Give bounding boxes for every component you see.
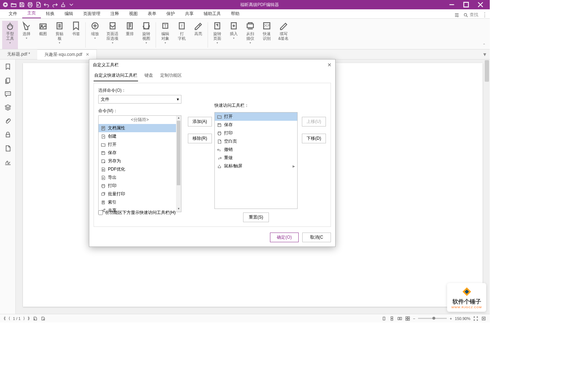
ribbon-button[interactable]: 缩放▾ xyxy=(87,21,103,49)
ribbon-button[interactable]: 截图 xyxy=(35,21,51,49)
qat-listbox[interactable]: 打开保存打印空白页撤销重做鼠标/触屏▶ xyxy=(214,112,298,209)
ribbon-button[interactable]: OCR快速 识别 xyxy=(259,21,275,49)
category-combo[interactable]: 文件 ▾ xyxy=(98,95,181,104)
cancel-button[interactable]: 取消(C xyxy=(302,233,331,242)
dialog-titlebar[interactable]: 自定义工具栏 ✕ xyxy=(89,59,335,70)
vertical-scrollbar[interactable] xyxy=(484,59,490,314)
remove-button[interactable]: 移除(R) xyxy=(188,134,212,143)
commands-listbox[interactable]: <分隔符>文档属性▶创建▶打开▶保存另存为▶PDF优化▶导出▶打印批量打印索引共… xyxy=(98,115,181,212)
menu-tab[interactable]: 视图 xyxy=(124,9,143,18)
list-item[interactable]: 空白页 xyxy=(215,137,297,145)
menu-tab[interactable]: 表单 xyxy=(143,9,161,18)
list-item[interactable]: PDF优化▶ xyxy=(99,165,181,173)
list-item[interactable]: 索引 xyxy=(99,198,181,206)
ribbon-button[interactable]: 手型 工具▾ xyxy=(2,21,18,49)
list-item[interactable]: 鼠标/触屏▶ xyxy=(215,162,297,170)
overflow-icon[interactable]: ⋮ xyxy=(482,11,486,18)
ribbon-button[interactable]: 选择▾ xyxy=(19,21,34,49)
menu-tab[interactable]: 辅助工具 xyxy=(199,9,226,18)
move-up-button[interactable]: 上移(U) xyxy=(302,117,326,126)
tabs-dropdown-icon[interactable]: ▾ xyxy=(480,51,490,58)
zoom-out-icon[interactable]: − xyxy=(413,316,415,321)
list-item[interactable]: 打印 xyxy=(99,182,181,190)
ok-button[interactable]: 确定(O) xyxy=(270,233,299,242)
undo-icon[interactable] xyxy=(43,1,50,8)
menu-tab[interactable]: 帮助 xyxy=(226,9,245,18)
move-down-button[interactable]: 下移(D) xyxy=(302,134,326,143)
menu-options-icon[interactable] xyxy=(454,12,460,18)
security-icon[interactable] xyxy=(4,131,11,138)
save-icon[interactable] xyxy=(19,1,25,8)
ribbon-collapse-icon[interactable]: ⌃ xyxy=(480,41,488,49)
document-tab[interactable]: 无标题.pdf * xyxy=(0,49,37,59)
zoom-slider[interactable] xyxy=(418,318,447,319)
nav-back-icon[interactable] xyxy=(33,316,38,321)
listbox-scrollbar[interactable]: ▴ ▾ xyxy=(176,116,181,212)
menu-tab[interactable]: 文件 xyxy=(4,9,22,18)
list-item[interactable]: <分隔符> xyxy=(99,116,181,124)
redo-icon[interactable] xyxy=(52,1,58,8)
list-item[interactable]: 打开▶ xyxy=(99,140,181,149)
add-button[interactable]: 添加(A) xyxy=(188,117,212,126)
ribbon-button[interactable]: T打 字机 xyxy=(174,21,190,49)
list-item[interactable]: 打印 xyxy=(215,129,297,137)
list-item[interactable]: 打开 xyxy=(215,113,297,121)
menu-tab[interactable]: 主页 xyxy=(22,9,41,18)
search-box[interactable]: 查找 xyxy=(463,12,478,18)
print-icon[interactable] xyxy=(27,1,33,8)
close-button[interactable] xyxy=(473,0,488,9)
maximize-button[interactable] xyxy=(459,0,473,9)
menu-tab[interactable]: 转换 xyxy=(41,9,60,18)
close-tab-icon[interactable]: ✕ xyxy=(86,52,89,57)
list-item[interactable]: 文档属性▶ xyxy=(99,124,181,132)
zoom-value[interactable]: 150.90% xyxy=(455,316,470,321)
ribbon-button[interactable]: T编辑 对象▾ xyxy=(157,21,173,49)
zoom-in-icon[interactable]: + xyxy=(450,316,452,321)
next-page-icon[interactable]: ⟩ xyxy=(23,316,25,321)
list-item[interactable]: 创建▶ xyxy=(99,132,181,140)
list-item[interactable]: 保存 xyxy=(99,149,181,157)
menu-tab[interactable]: 注释 xyxy=(105,9,124,18)
ribbon-button[interactable]: 从扫 描仪▾ xyxy=(242,21,258,49)
show-below-ribbon-checkbox[interactable] xyxy=(98,210,103,215)
file-icon[interactable] xyxy=(4,145,11,152)
fullscreen-icon[interactable] xyxy=(481,316,486,321)
open-icon[interactable] xyxy=(10,1,17,8)
ribbon-button[interactable]: 重排 xyxy=(122,21,138,49)
ribbon-button[interactable]: 剪贴 板▾ xyxy=(52,21,67,49)
view-single-icon[interactable] xyxy=(381,316,387,321)
list-item[interactable]: 重做 xyxy=(215,154,297,162)
dialog-tab[interactable]: 键盘 xyxy=(144,70,154,81)
page-indicator[interactable]: 1 / 1 xyxy=(13,316,20,321)
ribbon-button[interactable]: 书签 xyxy=(68,21,84,49)
comments-icon[interactable] xyxy=(4,90,11,97)
touch-icon[interactable] xyxy=(60,1,66,8)
menu-tab[interactable]: 共享 xyxy=(180,9,199,18)
ribbon-button[interactable]: 高亮 xyxy=(190,21,206,49)
layers-icon[interactable] xyxy=(4,104,11,111)
attachments-icon[interactable] xyxy=(4,118,11,125)
menu-tab[interactable]: 保护 xyxy=(161,9,180,18)
last-page-icon[interactable]: ⟫ xyxy=(28,316,30,321)
reset-button[interactable]: 重置(S) xyxy=(243,212,269,222)
document-tab[interactable]: 兴趣屋-xqu.com.pdf✕ xyxy=(37,49,97,59)
qat-dropdown-icon[interactable] xyxy=(68,1,75,8)
list-item[interactable]: 导出▶ xyxy=(99,173,181,182)
list-item[interactable]: 批量打印 xyxy=(99,190,181,198)
list-item[interactable]: 保存 xyxy=(215,121,297,129)
menu-tab[interactable]: 页面管理 xyxy=(78,9,105,18)
signature-icon[interactable] xyxy=(4,158,11,166)
prev-page-icon[interactable]: ⟨ xyxy=(9,316,10,321)
bookmark-icon[interactable] xyxy=(4,63,11,70)
ribbon-button[interactable]: 旋转 视图▾ xyxy=(138,21,154,49)
ribbon-button[interactable]: 填写 &签名 xyxy=(275,21,291,49)
view-continuous-icon[interactable] xyxy=(389,316,394,321)
list-item[interactable]: 另存为▶ xyxy=(99,157,181,165)
view-facing-continuous-icon[interactable] xyxy=(405,316,410,321)
view-facing-icon[interactable] xyxy=(397,316,402,321)
minimize-button[interactable] xyxy=(445,0,459,9)
first-page-icon[interactable]: ⟪ xyxy=(4,316,6,321)
dialog-close-icon[interactable]: ✕ xyxy=(327,62,332,68)
pages-icon[interactable] xyxy=(4,77,11,84)
ribbon-button[interactable]: 页面适 应选项▾ xyxy=(104,21,121,49)
